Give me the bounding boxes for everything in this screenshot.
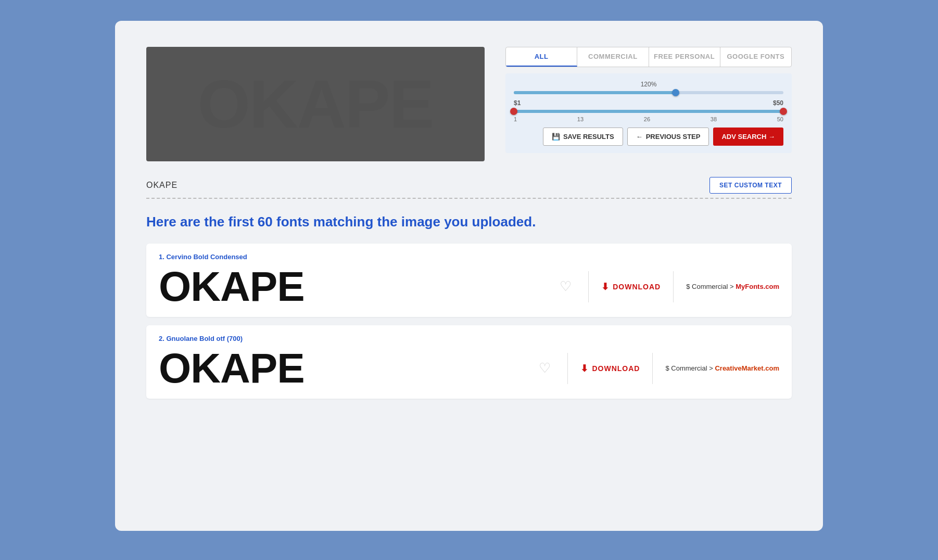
range-label-38: 38: [711, 116, 717, 122]
page-container: OKAPE ALL COMMERCIAL FREE PERSONAL GOOGL…: [115, 21, 823, 531]
save-results-button[interactable]: 💾 SAVE RESULTS: [543, 128, 623, 146]
favorite-button-1[interactable]: ♡: [555, 278, 576, 295]
download-button-1[interactable]: ⬇ DOWNLOAD: [601, 281, 661, 292]
similarity-thumb[interactable]: [672, 89, 679, 96]
adv-label: ADV SEARCH →: [721, 133, 775, 141]
prev-arrow-icon: ←: [636, 133, 643, 141]
tab-google-fonts[interactable]: GOOGLE FONTS: [720, 47, 791, 67]
price-range-labels: 1 13 26 38 50: [514, 116, 783, 122]
preview-large-text: OKAPE: [198, 65, 433, 143]
range-label-50: 50: [777, 116, 783, 122]
filter-tabs: ALL COMMERCIAL FREE PERSONAL GOOGLE FONT…: [505, 47, 792, 67]
top-section: OKAPE ALL COMMERCIAL FREE PERSONAL GOOGL…: [146, 47, 792, 161]
commercial-text-1: $ Commercial >: [686, 283, 733, 290]
previous-step-button[interactable]: ← PREVIOUS STEP: [627, 128, 709, 146]
font-card-2: 2. Gnuolane Bold otf (700) OKAPE ♡ ⬇ DOW…: [146, 325, 792, 399]
prev-label: PREVIOUS STEP: [646, 133, 701, 141]
font-preview-2: OKAPE: [159, 348, 535, 389]
price-max-label: $50: [773, 99, 783, 107]
font-number-1: 1.: [159, 253, 166, 261]
tab-free-personal[interactable]: FREE PERSONAL: [649, 47, 720, 67]
action-buttons: 💾 SAVE RESULTS ← PREVIOUS STEP ADV SEARC…: [514, 128, 783, 146]
adv-search-button[interactable]: ADV SEARCH →: [713, 128, 783, 146]
range-label-13: 13: [577, 116, 584, 122]
tab-commercial[interactable]: COMMERCIAL: [577, 47, 649, 67]
divider-2: [567, 353, 568, 384]
divider-1b: [673, 271, 674, 302]
download-button-2[interactable]: ⬇ DOWNLOAD: [580, 363, 640, 374]
download-icon-2: ⬇: [580, 363, 589, 374]
similarity-slider-row: 120%: [514, 81, 783, 94]
custom-text-input[interactable]: [146, 181, 701, 190]
custom-text-row: SET CUSTOM TEXT: [146, 177, 792, 199]
divider-1: [588, 271, 589, 302]
commercial-info-1: $ Commercial > MyFonts.com: [686, 283, 779, 290]
font-name-2: Gnuolane Bold otf (700): [166, 335, 243, 342]
font-row-2: OKAPE ♡ ⬇ DOWNLOAD $ Commercial > Creati…: [159, 348, 779, 389]
commercial-link-2[interactable]: CreativeMarket.com: [715, 364, 779, 372]
font-card-1: 1. Cervino Bold Condensed OKAPE ♡ ⬇ DOWN…: [146, 244, 792, 317]
save-icon: 💾: [552, 133, 560, 141]
divider-2b: [652, 353, 653, 384]
right-panel: ALL COMMERCIAL FREE PERSONAL GOOGLE FONT…: [505, 47, 792, 161]
font-name-link-2[interactable]: 2. Gnuolane Bold otf (700): [159, 335, 779, 342]
tab-all[interactable]: ALL: [506, 47, 577, 67]
range-label-1: 1: [514, 116, 517, 122]
price-fill: [514, 110, 783, 113]
price-track[interactable]: [514, 110, 783, 113]
commercial-text-2: $ Commercial >: [665, 364, 713, 372]
similarity-label: 120%: [641, 81, 657, 88]
font-name-1: Cervino Bold Condensed: [166, 253, 247, 261]
font-name-link-1[interactable]: 1. Cervino Bold Condensed: [159, 253, 779, 261]
font-number-2: 2.: [159, 335, 166, 342]
download-label-1: DOWNLOAD: [613, 283, 661, 291]
results-headline: Here are the first 60 fonts matching the…: [146, 213, 792, 231]
range-label-26: 26: [644, 116, 650, 122]
similarity-fill: [514, 91, 676, 94]
price-thumb-max[interactable]: [780, 108, 787, 115]
save-label: SAVE RESULTS: [563, 133, 614, 141]
font-row-1: OKAPE ♡ ⬇ DOWNLOAD $ Commercial > MyFont…: [159, 266, 779, 308]
font-preview-box: OKAPE: [146, 47, 485, 161]
set-custom-text-button[interactable]: SET CUSTOM TEXT: [709, 177, 792, 194]
filter-area: 120% $1 $50: [505, 73, 792, 153]
price-min-label: $1: [514, 99, 521, 107]
font-preview-1: OKAPE: [159, 266, 555, 308]
commercial-link-1[interactable]: MyFonts.com: [736, 283, 779, 290]
download-icon-1: ⬇: [601, 281, 610, 292]
commercial-info-2: $ Commercial > CreativeMarket.com: [665, 364, 779, 372]
download-label-2: DOWNLOAD: [592, 364, 640, 373]
price-thumb-min[interactable]: [510, 108, 517, 115]
favorite-button-2[interactable]: ♡: [535, 360, 555, 376]
similarity-track[interactable]: [514, 91, 783, 94]
price-slider-row: $1 $50 1 13 26 38 50: [514, 99, 783, 122]
